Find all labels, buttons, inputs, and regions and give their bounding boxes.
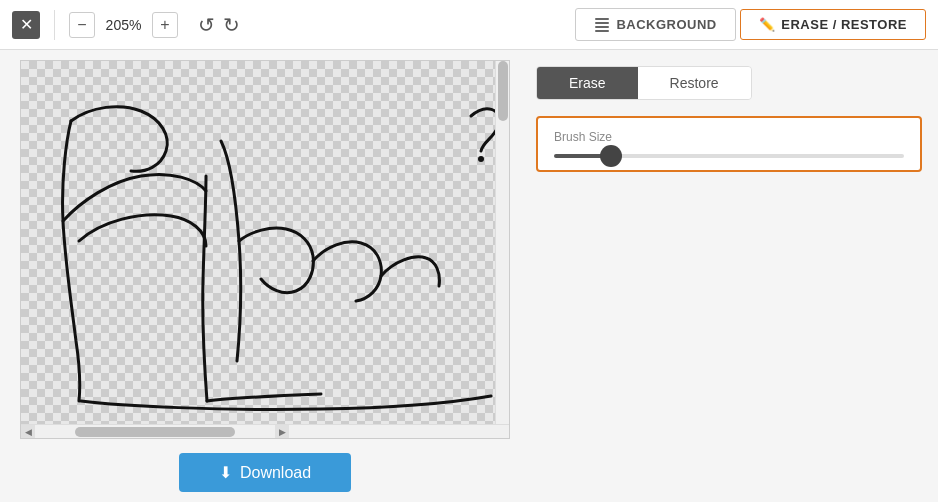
erase-tab[interactable]: Erase xyxy=(537,67,638,99)
erase-restore-label: ERASE / RESTORE xyxy=(781,17,907,32)
brush-slider-container xyxy=(554,154,904,158)
redo-icon: ↻ xyxy=(223,13,240,37)
restore-tab[interactable]: Restore xyxy=(638,67,751,99)
download-area: ⬇ Download xyxy=(179,453,351,492)
erase-tab-label: Erase xyxy=(569,75,606,91)
plus-icon: + xyxy=(160,16,169,34)
erase-restore-tabs: Erase Restore xyxy=(536,66,752,100)
main-content: ◀ ▶ ⬇ Download Erase Restore Brush Siz xyxy=(0,50,938,502)
zoom-in-button[interactable]: + xyxy=(152,12,178,38)
minus-icon: − xyxy=(77,16,86,34)
download-label: Download xyxy=(240,464,311,482)
download-icon: ⬇ xyxy=(219,463,232,482)
erase-restore-tab-button[interactable]: ✏️ ERASE / RESTORE xyxy=(740,9,926,40)
layers-icon xyxy=(594,16,610,33)
svg-point-4 xyxy=(478,156,484,162)
undo-button[interactable]: ↺ xyxy=(198,13,215,37)
zoom-controls: − 205% + xyxy=(69,12,178,38)
background-label: BACKGROUND xyxy=(616,17,716,32)
close-button[interactable]: ✕ xyxy=(12,11,40,39)
background-tab-button[interactable]: BACKGROUND xyxy=(575,8,735,41)
restore-tab-label: Restore xyxy=(670,75,719,91)
canvas-area: ◀ ▶ ⬇ Download xyxy=(0,50,520,502)
undo-redo-controls: ↺ ↻ xyxy=(198,13,240,37)
svg-rect-0 xyxy=(595,22,609,24)
vertical-scrollbar[interactable] xyxy=(495,61,509,438)
scroll-left-button[interactable]: ◀ xyxy=(21,425,35,439)
brush-size-slider[interactable] xyxy=(554,154,904,158)
toolbar-right: BACKGROUND ✏️ ERASE / RESTORE xyxy=(575,8,926,41)
svg-rect-1 xyxy=(595,26,609,28)
close-icon: ✕ xyxy=(20,15,33,34)
signature-overlay xyxy=(21,61,495,424)
scrollbar-thumb-vertical[interactable] xyxy=(498,61,508,121)
zoom-out-button[interactable]: − xyxy=(69,12,95,38)
toolbar: ✕ − 205% + ↺ ↻ BACKG xyxy=(0,0,938,50)
brush-size-panel: Brush Size xyxy=(536,116,922,172)
right-panel: Erase Restore Brush Size xyxy=(520,50,938,502)
horizontal-scrollbar[interactable]: ◀ ▶ xyxy=(21,424,509,438)
svg-rect-3 xyxy=(595,30,609,32)
scrollbar-thumb-horizontal[interactable] xyxy=(75,427,235,437)
signature-svg xyxy=(21,61,497,437)
brush-size-label: Brush Size xyxy=(554,130,904,144)
canvas-wrapper: ◀ ▶ xyxy=(20,60,510,439)
brush-icon: ✏️ xyxy=(759,17,776,32)
redo-button[interactable]: ↻ xyxy=(223,13,240,37)
download-button[interactable]: ⬇ Download xyxy=(179,453,351,492)
scroll-right-button[interactable]: ▶ xyxy=(275,425,289,439)
undo-icon: ↺ xyxy=(198,13,215,37)
toolbar-divider xyxy=(54,10,55,40)
zoom-value: 205% xyxy=(101,17,146,33)
svg-rect-2 xyxy=(595,18,609,20)
